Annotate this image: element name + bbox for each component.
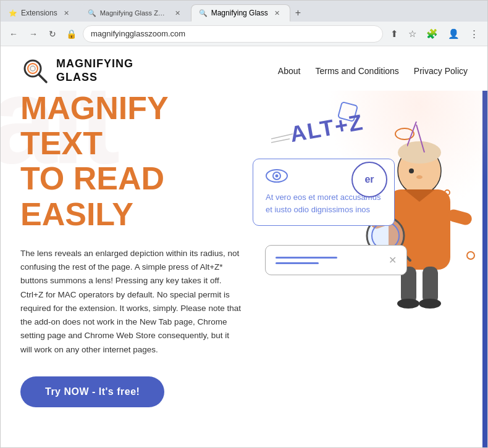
- tab-close-btn[interactable]: ✕: [272, 8, 282, 19]
- browser-window: ⭐ Extensions ✕ 🔍 Magnifying Glass Zoom –…: [0, 0, 488, 448]
- svg-line-4: [271, 134, 293, 139]
- svg-point-13: [416, 175, 423, 179]
- try-now-button[interactable]: Try NOW - It's free!: [20, 376, 164, 407]
- search-lines: [276, 257, 337, 264]
- nav-links: About Terms and Conditions Privacy Polic…: [278, 66, 468, 76]
- hero-illustration: ALT+Z At vero eos et moret a: [253, 91, 487, 412]
- forward-button[interactable]: →: [25, 27, 41, 41]
- star-icon[interactable]: ☆: [405, 26, 420, 42]
- tab-label: Magnifying Glass Zoom – Chrom…: [100, 9, 169, 17]
- share-icon[interactable]: ⬆: [387, 26, 402, 42]
- toolbar-icons: ⬆ ☆ 🧩 👤 ⋮: [387, 26, 482, 42]
- search-card: ✕: [265, 245, 407, 275]
- svg-line-2: [39, 75, 46, 82]
- extensions-icon: ⭐: [9, 9, 17, 17]
- logo-area: MAGNIFYING GLASS: [20, 56, 133, 86]
- tab-label: Extensions: [21, 9, 57, 17]
- search-close-icon[interactable]: ✕: [389, 254, 397, 266]
- logo-text: MAGNIFYING GLASS: [56, 57, 133, 84]
- svg-line-5: [271, 139, 290, 143]
- svg-line-25: [407, 122, 416, 146]
- tab-magnifying-zoom[interactable]: 🔍 Magnifying Glass Zoom – Chrom… ✕: [80, 4, 191, 22]
- page-content: alt MAGNIFYING GLASS About Terms and Con…: [1, 46, 487, 447]
- search-line-1: [276, 257, 337, 259]
- tab-magnifying-glass[interactable]: 🔍 Magnifying Glass ✕: [191, 4, 290, 22]
- profile-icon[interactable]: 👤: [444, 26, 463, 42]
- reload-button[interactable]: ↻: [45, 27, 60, 41]
- hero-title: MAGNIFY TEXT TO READ EASILY: [20, 91, 255, 232]
- deco-purple-lines: [407, 122, 426, 159]
- svg-point-1: [28, 64, 38, 73]
- address-bar-row: ← → ↻ 🔒 ⬆ ☆ 🧩 👤 ⋮: [1, 22, 487, 46]
- extensions-toolbar-icon[interactable]: 🧩: [423, 26, 442, 42]
- tab2-icon: 🔍: [88, 9, 96, 17]
- svg-point-24: [419, 299, 441, 309]
- magnify-circle: er: [351, 162, 387, 197]
- svg-point-12: [409, 168, 414, 173]
- nav-terms[interactable]: Terms and Conditions: [315, 66, 398, 76]
- svg-point-8: [276, 175, 279, 178]
- tabs-row: ⭐ Extensions ✕ 🔍 Magnifying Glass Zoom –…: [1, 1, 487, 22]
- svg-point-23: [397, 299, 419, 309]
- back-button[interactable]: ←: [6, 27, 22, 41]
- lock-icon: 🔒: [64, 29, 79, 39]
- site-nav: MAGNIFYING GLASS About Terms and Conditi…: [1, 46, 487, 91]
- address-input[interactable]: [83, 25, 383, 43]
- tab-extensions[interactable]: ⭐ Extensions ✕: [1, 4, 80, 22]
- nav-about[interactable]: About: [278, 66, 301, 76]
- tab-close-btn[interactable]: ✕: [61, 8, 72, 19]
- svg-line-26: [416, 125, 424, 152]
- hero-left: MAGNIFY TEXT TO READ EASILY The lens rev…: [20, 91, 255, 407]
- hero-description: The lens reveals an enlarged depiction w…: [20, 247, 243, 357]
- tab3-icon: 🔍: [199, 9, 208, 17]
- new-tab-button[interactable]: +: [290, 4, 306, 22]
- tab-label: Magnifying Glass: [211, 9, 268, 17]
- deco-lines: [271, 133, 296, 145]
- logo-icon: [20, 56, 50, 86]
- svg-rect-22: [423, 267, 438, 304]
- nav-privacy[interactable]: Privacy Policy: [414, 66, 468, 76]
- search-line-2: [276, 262, 319, 264]
- menu-icon[interactable]: ⋮: [466, 26, 482, 42]
- hero-section: MAGNIFY TEXT TO READ EASILY The lens rev…: [1, 91, 487, 424]
- tab-close-btn[interactable]: ✕: [172, 8, 183, 19]
